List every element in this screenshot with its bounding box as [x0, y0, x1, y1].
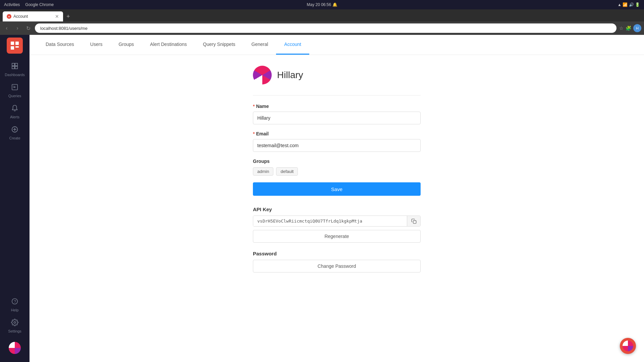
email-field-group: * Email: [253, 131, 421, 152]
tab-close-button[interactable]: ✕: [55, 14, 59, 19]
api-key-section: API Key vsDrH5EVoClwRiicmctqiQ0U7TfrLdq1…: [253, 206, 421, 243]
groups-tags: admin default: [253, 167, 421, 176]
svg-point-16: [14, 321, 16, 323]
activities-label[interactable]: Activities: [4, 2, 20, 7]
os-bar-center: May 20 06:56 🔔: [307, 2, 337, 7]
os-bar-right: ▲ 📶 🔊 🔋: [618, 2, 640, 7]
main-layout: Dashboards Queries Alerts: [0, 35, 644, 362]
nav-item-users[interactable]: Users: [82, 35, 111, 55]
nav-item-groups[interactable]: Groups: [110, 35, 142, 55]
svg-rect-6: [12, 66, 14, 69]
api-key-value: vsDrH5EVoClwRiicmctqiQ0U7TfrLdq1kgkpMtja: [253, 216, 407, 226]
user-avatar: [253, 66, 272, 84]
content-area: Data Sources Users Groups Alert Destinat…: [30, 35, 644, 362]
change-password-button[interactable]: Change Password: [253, 260, 421, 273]
browser-actions: ☆ 🧩 H: [619, 24, 641, 32]
nav-item-data-sources[interactable]: Data Sources: [38, 35, 82, 55]
user-display-name: Hillary: [277, 70, 303, 80]
api-key-copy-button[interactable]: [407, 216, 420, 226]
sidebar-bottom: ? Help Settings: [5, 294, 24, 359]
address-bar: ‹ › ↻ ☆ 🧩 H: [0, 21, 644, 35]
password-section: Password Change Password: [253, 251, 421, 273]
reload-button[interactable]: ↻: [24, 25, 32, 32]
sidebar-item-help[interactable]: ? Help: [5, 294, 24, 315]
back-button[interactable]: ‹: [3, 25, 11, 31]
redash-fab-icon: [623, 341, 633, 351]
api-key-row: vsDrH5EVoClwRiicmctqiQ0U7TfrLdq1kgkpMtja: [253, 216, 421, 227]
datetime-label: May 20 06:56: [307, 2, 331, 7]
nav-item-general[interactable]: General: [244, 35, 276, 55]
settings-icon: [11, 319, 18, 328]
dashboards-icon: [11, 62, 18, 71]
password-label: Password: [253, 251, 421, 256]
bookmark-icon[interactable]: ☆: [619, 25, 624, 31]
create-label: Create: [9, 136, 20, 140]
tab-bar: ● Account ✕ +: [0, 9, 644, 21]
tab-label: Account: [13, 14, 28, 19]
svg-rect-7: [15, 66, 17, 69]
sidebar-avatar-container[interactable]: [6, 337, 23, 359]
svg-text:?: ?: [14, 299, 16, 304]
os-bar: Activities Google Chrome May 20 06:56 🔔 …: [0, 0, 644, 9]
sidebar: Dashboards Queries Alerts: [0, 35, 30, 362]
nav-item-query-snippets[interactable]: Query Snippets: [195, 35, 244, 55]
sidebar-item-dashboards[interactable]: Dashboards: [0, 59, 30, 80]
settings-label: Settings: [8, 329, 21, 333]
svg-rect-5: [15, 63, 17, 66]
bell-icon: 🔔: [332, 2, 337, 7]
avatar-section: Hillary: [253, 66, 421, 84]
svg-rect-2: [11, 46, 14, 50]
top-nav: Data Sources Users Groups Alert Destinat…: [30, 35, 644, 55]
save-button[interactable]: Save: [253, 182, 421, 196]
group-tag-default: default: [276, 167, 298, 176]
new-tab-button[interactable]: +: [64, 11, 72, 21]
api-key-label: API Key: [253, 206, 421, 212]
name-required-star: *: [253, 104, 255, 109]
name-field-group: * Name: [253, 104, 421, 124]
regenerate-button[interactable]: Regenerate: [253, 230, 421, 243]
svg-rect-0: [11, 42, 14, 45]
url-input[interactable]: [35, 23, 616, 33]
create-icon: [11, 126, 18, 135]
queries-label: Queries: [8, 94, 21, 98]
sidebar-item-settings[interactable]: Settings: [5, 315, 24, 337]
nav-item-alert-destinations[interactable]: Alert Destinations: [142, 35, 195, 55]
tab-favicon: ●: [7, 14, 11, 19]
email-required-star: *: [253, 131, 255, 136]
sidebar-item-alerts[interactable]: Alerts: [0, 101, 30, 122]
svg-rect-4: [12, 63, 14, 66]
os-bar-left: Activities Google Chrome: [4, 2, 54, 7]
page-content: Hillary * Name * Email: [30, 55, 644, 362]
groups-label: Groups: [253, 159, 421, 164]
sidebar-user-avatar: [9, 342, 21, 354]
redash-fab[interactable]: [620, 338, 636, 354]
sidebar-item-create[interactable]: Create: [0, 122, 30, 143]
browser-chrome: ● Account ✕ + ‹ › ↻ ☆ 🧩 H: [0, 9, 644, 35]
sidebar-item-queries[interactable]: Queries: [0, 80, 30, 101]
svg-rect-17: [413, 221, 416, 224]
sidebar-logo[interactable]: [7, 38, 23, 54]
active-tab[interactable]: ● Account ✕: [3, 11, 63, 21]
sys-tray: ▲ 📶 🔊 🔋: [618, 2, 640, 7]
nav-item-account[interactable]: Account: [276, 35, 309, 55]
svg-rect-3: [15, 46, 19, 48]
help-label: Help: [11, 308, 19, 312]
account-form: Hillary * Name * Email: [253, 66, 421, 273]
groups-section: Groups admin default: [253, 159, 421, 176]
redash-logo-icon: [10, 41, 19, 50]
group-tag-admin: admin: [253, 167, 273, 176]
extensions-icon[interactable]: 🧩: [626, 25, 631, 31]
alerts-label: Alerts: [10, 115, 19, 119]
email-input[interactable]: [253, 139, 421, 152]
name-input[interactable]: [253, 112, 421, 124]
queries-icon: [11, 83, 18, 93]
alerts-icon: [11, 105, 18, 114]
browser-profile[interactable]: H: [633, 24, 641, 32]
app-name-label: Google Chrome: [25, 2, 54, 7]
form-divider: [253, 95, 421, 96]
forward-button[interactable]: ›: [13, 25, 21, 31]
dashboards-label: Dashboards: [5, 73, 24, 77]
name-label: * Name: [253, 104, 421, 109]
email-label: * Email: [253, 131, 421, 136]
help-icon: ?: [11, 298, 18, 307]
